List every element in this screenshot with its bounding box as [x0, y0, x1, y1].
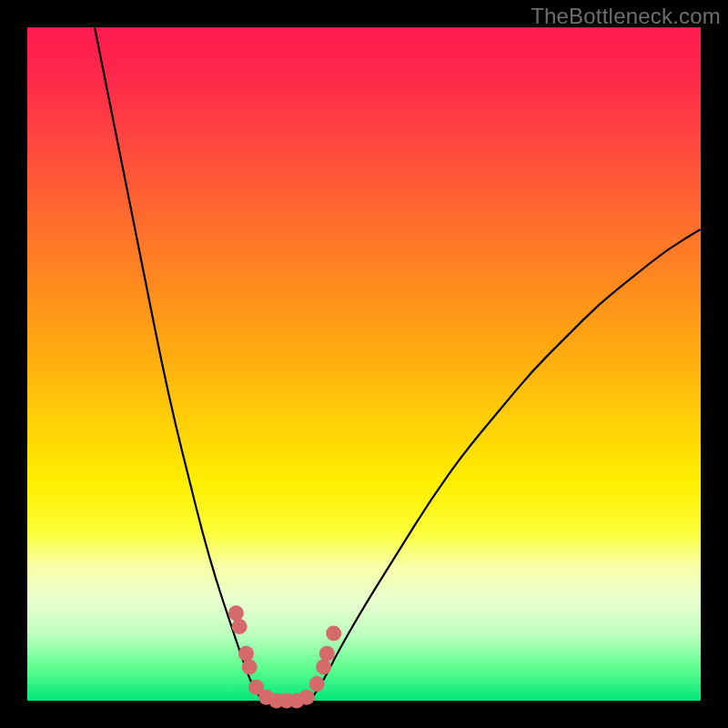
chart-overlay	[27, 27, 701, 701]
marker-dot	[238, 646, 254, 662]
marker-dot	[242, 660, 258, 675]
marker-dot	[309, 676, 325, 692]
curve-left-branch	[95, 27, 263, 701]
outer-frame: TheBottleneck.com	[0, 0, 728, 728]
curve-right-branch	[310, 229, 701, 701]
marker-dot	[316, 660, 331, 675]
marker-dot	[228, 605, 244, 621]
watermark-text: TheBottleneck.com	[531, 4, 721, 29]
marker-dot	[319, 646, 335, 662]
marker-dot	[299, 690, 315, 705]
marker-dot	[326, 626, 341, 642]
marker-dot	[232, 619, 248, 634]
marker-dots-group	[228, 605, 341, 708]
